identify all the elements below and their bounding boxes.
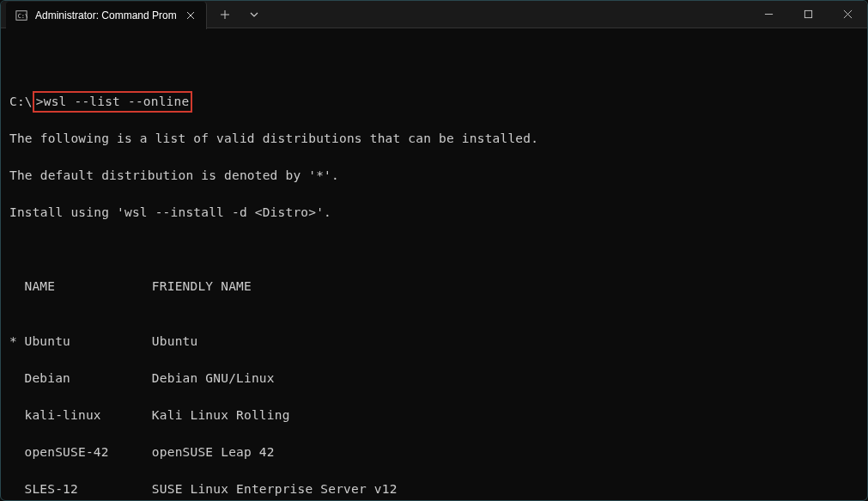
minimize-button[interactable] xyxy=(749,1,788,28)
svg-rect-7 xyxy=(804,10,811,17)
distro-table: * UbuntuUbuntu DebianDebian GNU/Linux ka… xyxy=(9,315,859,502)
table-row: SLES-12SUSE Linux Enterprise Server v12 xyxy=(9,480,859,499)
prompt-line: C:\>wsl --list --online xyxy=(9,93,859,112)
highlight-box: >wsl --list --online xyxy=(33,91,193,113)
tab-cmd[interactable]: C:\ Administrator: Command Prom xyxy=(6,2,207,29)
output-line xyxy=(9,241,859,260)
tab-close-button[interactable] xyxy=(184,9,197,22)
tab-title: Administrator: Command Prom xyxy=(35,9,177,21)
tab-dropdown-button[interactable] xyxy=(241,3,267,27)
table-row: DebianDebian GNU/Linux xyxy=(9,370,859,388)
maximize-button[interactable] xyxy=(788,1,828,28)
output-line: The default distribution is denoted by '… xyxy=(9,167,859,186)
new-tab-button[interactable] xyxy=(212,3,238,27)
svg-text:C:\: C:\ xyxy=(18,12,27,19)
table-row: openSUSE-42openSUSE Leap 42 xyxy=(9,443,859,462)
table-row: * UbuntuUbuntu xyxy=(9,333,859,351)
output-line: The following is a list of valid distrib… xyxy=(9,130,859,149)
prompt-prefix: C:\ xyxy=(9,95,33,108)
window-controls xyxy=(749,1,867,28)
titlebar: C:\ Administrator: Command Prom xyxy=(1,1,867,28)
close-window-button[interactable] xyxy=(828,1,867,28)
table-row: kali-linuxKali Linux Rolling xyxy=(9,406,859,425)
table-header: NAMEFRIENDLY NAME xyxy=(9,278,859,296)
output-line xyxy=(9,56,859,75)
tabbar-actions xyxy=(207,3,267,27)
terminal-content[interactable]: C:\>wsl --list --online The following is… xyxy=(1,28,867,501)
cmd-icon: C:\ xyxy=(15,9,28,22)
output-line: Install using 'wsl --install -d <Distro>… xyxy=(9,204,859,223)
